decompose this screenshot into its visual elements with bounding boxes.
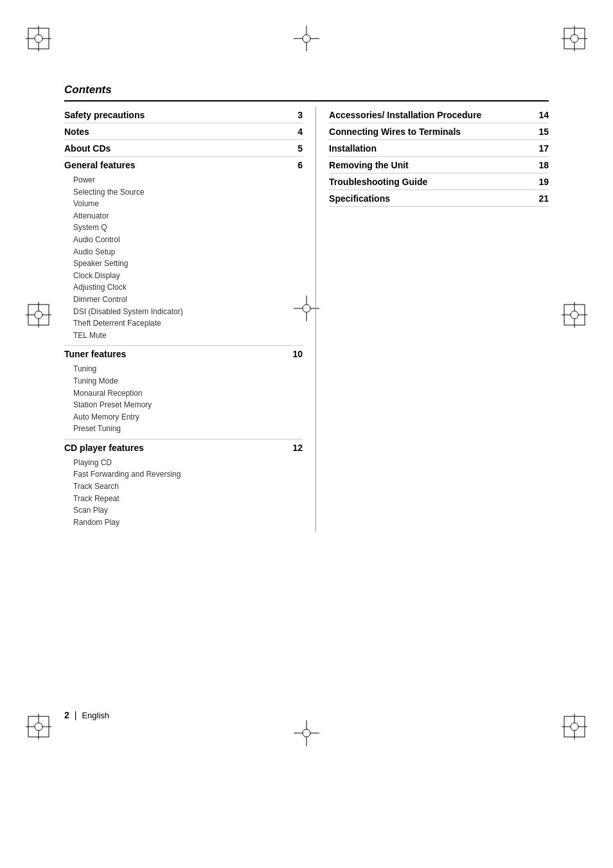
subitem-attenuator: Attenuator — [73, 210, 303, 222]
reg-mark-mid-left — [26, 302, 51, 328]
svg-point-4 — [35, 35, 42, 42]
toc-title-notes: Notes — [64, 127, 89, 137]
toc-page-safety: 3 — [290, 110, 303, 120]
footer-separator: | — [75, 710, 77, 720]
toc-page-accessories: 14 — [536, 110, 549, 120]
toc-title-about-cds: About CDs — [64, 143, 111, 154]
toc-page-connecting-wires: 15 — [536, 127, 549, 137]
content-area: Contents Safety precautions 3 Notes 4 Ab… — [64, 84, 549, 688]
subitem-monaural-reception: Monaural Reception — [73, 387, 303, 400]
reg-mark-bot-center — [294, 720, 319, 746]
toc-page-notes: 4 — [290, 127, 303, 137]
subitem-track-search: Track Search — [73, 481, 303, 493]
svg-point-21 — [35, 311, 42, 319]
toc-entry-installation: Installation 17 — [329, 140, 549, 157]
toc-title-safety: Safety precautions — [64, 110, 145, 120]
subitem-dsi: DSI (Disabled System Indicator) — [73, 306, 303, 318]
footer-page-number: 2 — [64, 710, 69, 720]
toc-subitems-tuner-features: Tuning Tuning Mode Monaural Reception St… — [64, 360, 303, 439]
reg-mark-bot-left — [26, 714, 51, 740]
subitem-station-preset-memory: Station Preset Memory — [73, 399, 303, 411]
subitem-tel-mute: TEL Mute — [73, 330, 303, 342]
toc-title-specifications: Specifications — [329, 193, 390, 204]
subitem-auto-memory-entry: Auto Memory Entry — [73, 411, 303, 423]
subitem-clock-display: Clock Display — [73, 270, 303, 282]
svg-point-10 — [303, 35, 310, 42]
reg-mark-top-left — [26, 26, 51, 51]
toc-entry-tuner-features: Tuner features 10 — [64, 346, 303, 360]
toc-page-cd-player-features: 12 — [290, 443, 303, 453]
reg-mark-top-right — [562, 26, 587, 51]
svg-point-32 — [571, 311, 578, 319]
subitem-theft-deterrent: Theft Deterrent Faceplate — [73, 317, 303, 330]
toc-subitems-cd-player-features: Playing CD Fast Forwarding and Reversing… — [64, 454, 303, 533]
subitem-selecting-source: Selecting the Source — [73, 186, 303, 199]
toc-title-troubleshooting: Troubleshooting Guide — [329, 177, 427, 187]
page-title: Contents — [64, 84, 549, 102]
svg-point-15 — [571, 35, 578, 42]
toc-entry-general-features: General features 6 — [64, 157, 303, 172]
subitem-scan-play: Scan Play — [73, 504, 303, 517]
toc-title-removing-unit: Removing the Unit — [329, 160, 409, 170]
toc-page-about-cds: 5 — [290, 143, 303, 154]
toc-title-accessories: Accessories/ Installation Procedure — [329, 110, 481, 120]
footer: 2 | English — [64, 710, 109, 720]
toc-page-removing-unit: 18 — [536, 160, 549, 170]
toc-left-column: Safety precautions 3 Notes 4 About CDs 5… — [64, 107, 316, 532]
subitem-fast-forwarding: Fast Forwarding and Reversing — [73, 468, 303, 481]
subitem-tuning: Tuning — [73, 363, 303, 375]
toc-page-specifications: 21 — [536, 193, 549, 204]
toc-page-general-features: 6 — [290, 160, 303, 170]
toc-entry-safety: Safety precautions 3 — [64, 107, 303, 123]
page: Contents Safety precautions 3 Notes 4 Ab… — [0, 0, 613, 868]
reg-mark-top-center — [294, 26, 319, 51]
footer-language: English — [82, 711, 109, 720]
subitem-volume: Volume — [73, 198, 303, 210]
toc-page-installation: 17 — [536, 143, 549, 154]
subitem-system-q: System Q — [73, 222, 303, 234]
toc-title-installation: Installation — [329, 143, 377, 154]
toc-entry-troubleshooting: Troubleshooting Guide 19 — [329, 173, 549, 190]
toc-subitems-general-features: Power Selecting the Source Volume Attenu… — [64, 172, 303, 346]
subitem-dimmer-control: Dimmer Control — [73, 294, 303, 306]
svg-point-44 — [303, 729, 310, 737]
subitem-random-play: Random Play — [73, 517, 303, 529]
toc-entry-notes: Notes 4 — [64, 123, 303, 140]
svg-point-49 — [571, 723, 578, 731]
subitem-audio-setup: Audio Setup — [73, 246, 303, 258]
subitem-tuning-mode: Tuning Mode — [73, 375, 303, 387]
subitem-adjusting-clock: Adjusting Clock — [73, 281, 303, 294]
toc-title-general-features: General features — [64, 160, 136, 170]
subitem-playing-cd: Playing CD — [73, 457, 303, 469]
subitem-power: Power — [73, 174, 303, 186]
toc-columns: Safety precautions 3 Notes 4 About CDs 5… — [64, 107, 549, 532]
subitem-audio-control: Audio Control — [73, 234, 303, 246]
toc-entry-removing-unit: Removing the Unit 18 — [329, 157, 549, 173]
svg-point-38 — [35, 723, 42, 731]
toc-right-column: Accessories/ Installation Procedure 14 C… — [316, 107, 549, 532]
subitem-preset-tuning: Preset Tuning — [73, 423, 303, 435]
toc-entry-connecting-wires: Connecting Wires to Terminals 15 — [329, 123, 549, 140]
reg-mark-bot-right — [562, 714, 587, 740]
toc-entry-cd-player-features: CD player features 12 — [64, 439, 303, 454]
toc-title-tuner-features: Tuner features — [64, 349, 126, 359]
subitem-speaker-setting: Speaker Setting — [73, 258, 303, 270]
subitem-track-repeat: Track Repeat — [73, 493, 303, 505]
toc-entry-specifications: Specifications 21 — [329, 190, 549, 207]
toc-page-tuner-features: 10 — [290, 349, 303, 359]
toc-title-cd-player-features: CD player features — [64, 443, 144, 453]
toc-entry-about-cds: About CDs 5 — [64, 140, 303, 157]
toc-page-troubleshooting: 19 — [536, 177, 549, 187]
reg-mark-mid-right — [562, 302, 587, 328]
toc-entry-accessories: Accessories/ Installation Procedure 14 — [329, 107, 549, 123]
toc-title-connecting-wires: Connecting Wires to Terminals — [329, 127, 461, 137]
